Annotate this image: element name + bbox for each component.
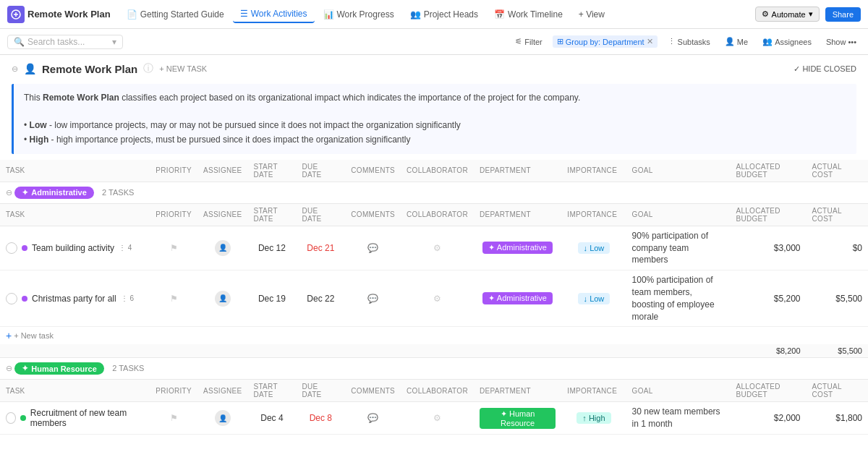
top-bar: Remote Work Plan 📄 Getting Started Guide… [0, 0, 868, 29]
task-status-icon[interactable] [6, 412, 16, 424]
priority-flag[interactable]: ⚑ [170, 413, 178, 423]
actual-cost-cell: $1,800 [807, 402, 868, 435]
info-icon: ⓘ [143, 62, 153, 75]
budget-cell: $2,000 [730, 402, 806, 435]
importance-cell: ↓ Low [561, 270, 626, 327]
goal-cell: 100% participation of team members, boos… [626, 270, 731, 327]
comments-cell: 💬 [345, 226, 401, 270]
info-line1: This Remote Work Plan classifies each pr… [24, 91, 846, 105]
task-name-cell: Christmas party for all ⋮ 6 [0, 270, 150, 327]
task-status-icon[interactable] [6, 242, 17, 254]
col-dueDate-administrative: DUE DATE [296, 203, 345, 226]
tab-work-timeline[interactable]: 📅 Work Timeline [487, 7, 570, 22]
goal-cell: 90% participation of company team member… [626, 226, 731, 270]
tab-project-heads[interactable]: 👥 Project Heads [403, 7, 485, 22]
tab-getting-started[interactable]: 📄 Getting Started Guide [119, 7, 231, 22]
task-name[interactable]: Christmas party for all [32, 294, 116, 304]
share-button[interactable]: Share [825, 7, 861, 22]
col-task-human-resource: TASK [0, 380, 150, 402]
collaborator-gear-icon[interactable]: ⚙ [433, 413, 441, 423]
start-date-cell[interactable]: Dec 4 [247, 402, 296, 435]
collaborator-gear-icon[interactable]: ⚙ [433, 294, 441, 304]
filter-button[interactable]: ⚟ Filter [511, 35, 546, 48]
col-goal-human-resource: GOAL [626, 380, 731, 402]
col-header-goal: GOAL [626, 160, 731, 182]
task-count-human-resource: 2 TASKS [112, 364, 144, 372]
tab-add-view[interactable]: + View [571, 7, 612, 22]
col-header-startDate: START DATE [247, 160, 296, 182]
comment-icon[interactable]: 💬 [367, 413, 378, 423]
department-badge: ✦ Administrative [482, 292, 553, 304]
collapse-icon[interactable]: ⊖ [12, 64, 18, 74]
info-line3: • High - high importance projects, must … [24, 133, 846, 147]
col-department-human-resource: DEPARTMENT [474, 380, 561, 402]
col-comments-administrative: COMMENTS [345, 203, 401, 226]
search-dropdown-icon: ▾ [112, 37, 116, 47]
group-collapse-human-resource[interactable]: ⊖ [6, 364, 12, 372]
col-header-assignee: ASSIGNEE [197, 160, 248, 182]
assignee-avatar[interactable]: 👤 [215, 291, 231, 307]
priority-flag[interactable]: ⚑ [170, 243, 178, 253]
project-emoji: 👤 [24, 63, 36, 74]
goal-cell: 30 new team members in 1 month [626, 402, 731, 435]
work-activities-icon: ☰ [240, 9, 248, 19]
work-timeline-icon: 📅 [494, 9, 505, 20]
subtasks-button[interactable]: ⋮ Subtasks [663, 35, 715, 48]
assignee-avatar[interactable]: 👤 [215, 240, 231, 256]
comment-icon[interactable]: 💬 [367, 243, 378, 253]
due-date-cell[interactable]: Dec 21 [296, 226, 345, 270]
assignees-icon: 👥 [762, 37, 773, 46]
col-importance-administrative: IMPORTANCE [561, 203, 626, 226]
hide-closed-button[interactable]: ✓ HIDE CLOSED [793, 64, 856, 74]
due-date-cell[interactable]: Dec 22 [296, 270, 345, 327]
col-department-administrative: DEPARTMENT [474, 203, 561, 226]
group-by-chip[interactable]: ⊞ Group by: Department ✕ [553, 35, 658, 48]
start-date-cell[interactable]: Dec 12 [247, 226, 296, 270]
col-collaborator-human-resource: COLLABORATOR [401, 380, 474, 402]
assignee-avatar[interactable]: 👤 [215, 410, 231, 426]
comment-icon[interactable]: 💬 [367, 294, 378, 304]
subtask-count: ⋮ 4 [119, 244, 132, 252]
start-date-cell[interactable]: Dec 19 [247, 270, 296, 327]
tab-work-activities[interactable]: ☰ Work Activities [233, 6, 315, 23]
page-header: ⊖ 👤 Remote Work Plan ⓘ + NEW TASK ✓ HIDE… [0, 55, 868, 78]
due-date-value: Dec 8 [310, 413, 332, 423]
due-date-cell[interactable]: Dec 8 [296, 402, 345, 435]
group-close-icon[interactable]: ✕ [647, 37, 653, 46]
add-task-button[interactable]: + + New task [6, 330, 862, 341]
group-collapse-administrative[interactable]: ⊖ [6, 188, 12, 197]
search-box[interactable]: 🔍 Search tasks... ▾ [7, 35, 123, 49]
task-name[interactable]: Team building activity [32, 243, 114, 253]
group-icon: ⊞ [557, 37, 563, 46]
task-name[interactable]: Recruitment of new team members [30, 408, 145, 428]
col-header-priority: PRIORITY [150, 160, 197, 182]
automate-button[interactable]: ⚙ Automate ▾ [755, 7, 820, 22]
top-right: ⚙ Automate ▾ Share [755, 7, 861, 22]
show-button[interactable]: Show ••• [822, 36, 861, 48]
col-actualCost-human-resource: ACTUAL COST [807, 380, 868, 402]
task-table-container: TASKPRIORITYASSIGNEESTART DATEDUE DATECO… [0, 160, 868, 435]
assignees-button[interactable]: 👥 Assignees [758, 35, 816, 48]
task-status-icon[interactable] [6, 293, 17, 304]
col-assignee-human-resource: ASSIGNEE [197, 380, 248, 402]
group-icon-human-resource: ✦ [22, 364, 28, 373]
me-button[interactable]: 👤 Me [720, 35, 752, 48]
col-header-actualCost: ACTUAL COST [807, 160, 868, 182]
table-row: Team building activity ⋮ 4 ⚑👤Dec 12Dec 2… [0, 226, 868, 270]
group-administrative: ⊖ ✦ Administrative 2 TASKS [0, 182, 868, 203]
task-dot [22, 296, 27, 302]
new-task-button[interactable]: + NEW TASK [159, 64, 207, 73]
comments-cell: 💬 [345, 402, 401, 435]
priority-flag[interactable]: ⚑ [170, 294, 178, 304]
col-header-department: DEPARTMENT [474, 160, 561, 182]
show-more-icon: ••• [848, 38, 856, 46]
task-dot [20, 415, 26, 421]
collaborator-gear-icon[interactable]: ⚙ [433, 243, 441, 253]
nav-tabs: 📄 Getting Started Guide ☰ Work Activitie… [119, 6, 752, 23]
comments-cell: 💬 [345, 270, 401, 327]
group-label-administrative[interactable]: ✦ Administrative [14, 187, 93, 199]
group-human-resource: ⊖ ✦ Human Resource 2 TASKS [0, 358, 868, 380]
table-row: Recruitment of new team members ⚑👤Dec 4D… [0, 402, 868, 435]
tab-work-progress[interactable]: 📊 Work Progress [316, 7, 401, 22]
group-label-human-resource[interactable]: ✦ Human Resource [14, 362, 103, 375]
